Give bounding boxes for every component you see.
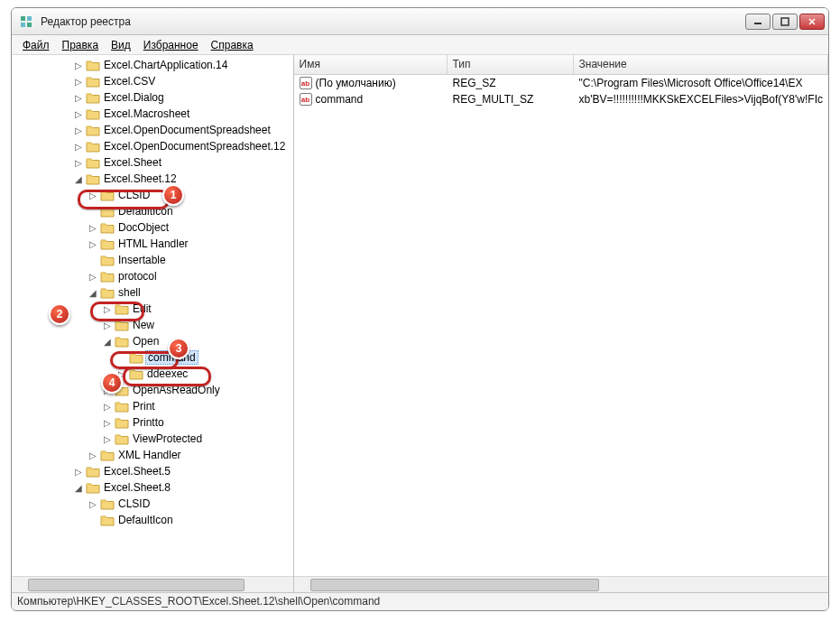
- values-hscrollbar[interactable]: [294, 576, 828, 592]
- tree-item-label[interactable]: Excel.Sheet.12: [102, 172, 179, 185]
- tree-item[interactable]: ▷Excel.ChartApplication.14: [12, 57, 293, 73]
- expand-toggle-icon[interactable]: ▷: [73, 77, 84, 87]
- value-row[interactable]: ab(По умолчанию)REG_SZ"C:\Program Files\…: [294, 75, 828, 91]
- tree-item-label[interactable]: protocol: [116, 270, 159, 283]
- menu-favorites[interactable]: Избранное: [138, 37, 204, 53]
- expand-toggle-icon[interactable]: ▷: [88, 239, 98, 249]
- expand-toggle-icon[interactable]: ▷: [102, 320, 113, 330]
- tree-item[interactable]: ▷Edit: [12, 301, 293, 317]
- tree-item-label[interactable]: DefaultIcon: [116, 514, 175, 526]
- tree-item-label[interactable]: Excel.CSV: [102, 75, 157, 88]
- expand-toggle-icon[interactable]: ▷: [116, 369, 127, 379]
- tree-item[interactable]: ▷Printto: [12, 414, 293, 431]
- menu-view[interactable]: Вид: [106, 37, 136, 53]
- tree-item[interactable]: ▷Excel.OpenDocumentSpreadsheet: [12, 122, 293, 138]
- tree-item[interactable]: ◢shell: [12, 284, 293, 301]
- tree-item-label[interactable]: command: [145, 350, 198, 365]
- expand-toggle-icon[interactable]: ▷: [102, 434, 113, 444]
- tree-item[interactable]: DefaultIcon: [12, 512, 293, 528]
- col-name[interactable]: Имя: [294, 55, 448, 74]
- expand-toggle-icon[interactable]: ▷: [88, 450, 98, 460]
- tree-hscrollbar[interactable]: [12, 576, 293, 592]
- tree-item[interactable]: ▷protocol: [12, 268, 293, 284]
- expand-toggle-icon[interactable]: ▷: [73, 142, 84, 152]
- tree-item[interactable]: DefaultIcon: [12, 203, 293, 219]
- tree-item[interactable]: ◢Open: [12, 333, 293, 349]
- tree-item-label[interactable]: Printto: [131, 416, 166, 429]
- tree-item-label[interactable]: XML Handler: [116, 449, 183, 461]
- tree-item[interactable]: Insertable: [12, 252, 293, 268]
- tree-item-label[interactable]: HTML Handler: [116, 237, 190, 250]
- tree-item-label[interactable]: Excel.Sheet.8: [102, 481, 172, 494]
- expand-toggle-icon[interactable]: ▷: [73, 93, 84, 103]
- tree-item-label[interactable]: CLSID: [116, 189, 152, 201]
- tree-item[interactable]: ▷Excel.OpenDocumentSpreadsheet.12: [12, 138, 293, 154]
- menu-file[interactable]: Файл: [17, 37, 55, 53]
- expand-toggle-icon[interactable]: ▷: [102, 402, 113, 412]
- expand-toggle-icon[interactable]: ▷: [73, 158, 84, 168]
- tree-item[interactable]: command: [12, 349, 293, 366]
- expand-toggle-icon[interactable]: ◢: [102, 337, 113, 347]
- tree-item[interactable]: ▷Excel.Dialog: [12, 89, 293, 106]
- expand-toggle-icon[interactable]: ▷: [73, 467, 84, 477]
- value-row[interactable]: abcommandREG_MULTI_SZxb'BV=!!!!!!!!!!MKK…: [294, 91, 828, 107]
- tree-item-label[interactable]: Excel.ChartApplication.14: [102, 59, 229, 71]
- tree-item[interactable]: ▷ViewProtected: [12, 431, 293, 447]
- tree-item[interactable]: ◢Excel.Sheet.12: [12, 171, 293, 187]
- expand-toggle-icon[interactable]: ◢: [73, 483, 84, 493]
- values-body[interactable]: ab(По умолчанию)REG_SZ"C:\Program Files\…: [294, 75, 828, 576]
- tree-item-label[interactable]: Excel.Dialog: [102, 91, 166, 104]
- tree-item[interactable]: ▷CLSID: [12, 187, 293, 203]
- tree-item[interactable]: ▷DocObject: [12, 219, 293, 236]
- expand-toggle-icon[interactable]: ▷: [88, 272, 98, 282]
- tree-item[interactable]: ▷ddeexec: [12, 366, 293, 382]
- tree-item-label[interactable]: shell: [116, 286, 143, 299]
- tree-item-label[interactable]: New: [131, 319, 156, 331]
- expand-toggle-icon[interactable]: ◢: [88, 288, 98, 298]
- tree-item[interactable]: ▷Excel.CSV: [12, 73, 293, 89]
- tree-item-label[interactable]: Print: [131, 400, 157, 413]
- tree-item[interactable]: ▷Excel.Sheet.5: [12, 463, 293, 479]
- expand-toggle-icon[interactable]: ▷: [73, 109, 84, 119]
- tree-item-label[interactable]: Excel.Sheet: [102, 156, 163, 169]
- tree-item-label[interactable]: ViewProtected: [131, 432, 204, 445]
- col-value[interactable]: Значение: [574, 55, 828, 74]
- expand-toggle-icon[interactable]: ▷: [88, 499, 98, 509]
- tree-item-label[interactable]: Excel.OpenDocumentSpreadsheet: [102, 124, 272, 136]
- tree-item-label[interactable]: DocObject: [116, 221, 171, 234]
- tree-item-label[interactable]: Excel.Macrosheet: [102, 107, 191, 120]
- minimize-button[interactable]: [745, 14, 771, 30]
- tree-item-label[interactable]: Open: [131, 335, 161, 348]
- tree-item[interactable]: ▷CLSID: [12, 496, 293, 512]
- tree-item[interactable]: ▷HTML Handler: [12, 236, 293, 252]
- tree-item-label[interactable]: Excel.Sheet.5: [102, 465, 172, 478]
- tree-item-label[interactable]: Edit: [131, 302, 153, 315]
- expand-toggle-icon[interactable]: ◢: [73, 174, 84, 184]
- tree-item-label[interactable]: OpenAsReadOnly: [131, 384, 222, 396]
- tree-item-label[interactable]: Insertable: [116, 254, 168, 266]
- tree-item[interactable]: ▷XML Handler: [12, 447, 293, 463]
- menu-edit[interactable]: Правка: [57, 37, 105, 53]
- close-button[interactable]: [799, 14, 825, 30]
- tree-item[interactable]: ▷New: [12, 317, 293, 333]
- titlebar[interactable]: Редактор реестра: [12, 8, 828, 35]
- expand-toggle-icon[interactable]: ▷: [102, 385, 113, 395]
- col-type[interactable]: Тип: [448, 55, 574, 74]
- expand-toggle-icon[interactable]: ▷: [102, 418, 113, 428]
- menu-help[interactable]: Справка: [206, 37, 259, 53]
- tree-item-label[interactable]: DefaultIcon: [116, 205, 175, 218]
- tree-scroll[interactable]: ▷Excel.ChartApplication.14▷Excel.CSV▷Exc…: [12, 55, 293, 576]
- tree-item[interactable]: ▷Print: [12, 398, 293, 414]
- expand-toggle-icon[interactable]: ▷: [88, 190, 98, 200]
- maximize-button[interactable]: [772, 14, 798, 30]
- tree-item[interactable]: ▷Excel.Sheet: [12, 154, 293, 171]
- expand-toggle-icon[interactable]: ▷: [88, 223, 98, 233]
- expand-toggle-icon[interactable]: ▷: [73, 60, 84, 70]
- expand-toggle-icon[interactable]: ▷: [102, 304, 113, 314]
- tree-item[interactable]: ▷Excel.Macrosheet: [12, 106, 293, 122]
- tree-item[interactable]: ◢Excel.Sheet.8: [12, 479, 293, 496]
- tree-item-label[interactable]: Excel.OpenDocumentSpreadsheet.12: [102, 140, 287, 153]
- tree-item-label[interactable]: CLSID: [116, 497, 152, 510]
- expand-toggle-icon[interactable]: ▷: [73, 125, 84, 135]
- tree-item-label[interactable]: ddeexec: [145, 367, 189, 380]
